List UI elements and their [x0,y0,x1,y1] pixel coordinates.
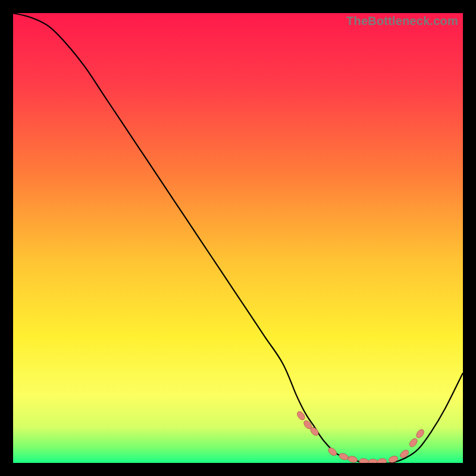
highlight-marker [338,452,349,461]
highlight-marker [377,458,387,463]
highlight-marker [368,459,378,463]
highlight-marker [415,428,425,439]
highlight-marker [359,458,369,463]
marker-group [296,410,425,463]
watermark-label: TheBottleneck.com [346,14,458,28]
chart-frame: TheBottleneck.com [0,0,476,476]
bottleneck-curve [13,13,463,463]
curve-layer [13,13,463,463]
highlight-marker [408,437,419,449]
highlight-marker [327,446,338,457]
plot-area: TheBottleneck.com [13,13,463,463]
highlight-marker [347,455,358,463]
highlight-marker [399,449,410,459]
